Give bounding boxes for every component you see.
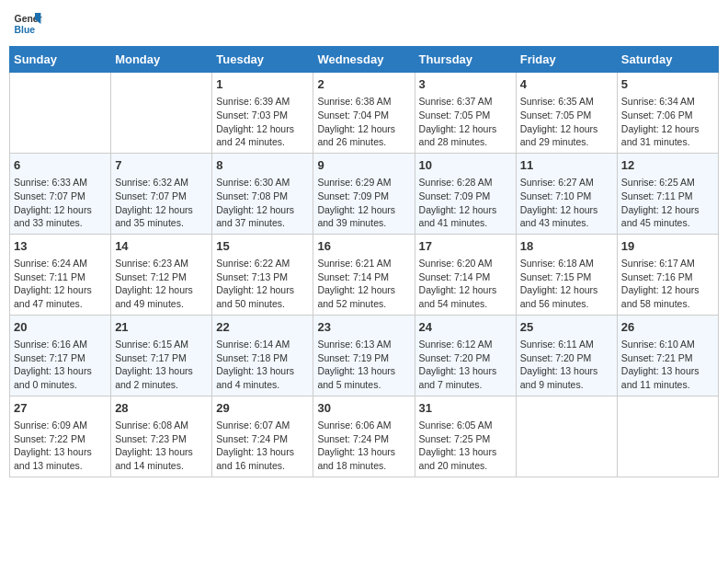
day-info: Sunrise: 6:28 AM <box>419 176 512 190</box>
day-number: 9 <box>317 157 410 174</box>
calendar-cell: 22Sunrise: 6:14 AMSunset: 7:18 PMDayligh… <box>212 315 313 396</box>
day-info: Daylight: 12 hours and 26 minutes. <box>317 122 410 149</box>
day-number: 5 <box>621 76 714 93</box>
day-info: Sunrise: 6:15 AM <box>115 338 208 351</box>
calendar-cell: 23Sunrise: 6:13 AMSunset: 7:19 PMDayligh… <box>313 315 415 396</box>
day-info: Daylight: 13 hours and 0 minutes. <box>14 364 107 391</box>
weekday-header: Wednesday <box>313 47 415 73</box>
day-info: Sunset: 7:05 PM <box>520 109 613 122</box>
day-info: Sunrise: 6:17 AM <box>621 257 714 270</box>
day-number: 18 <box>520 238 613 255</box>
day-number: 12 <box>621 157 714 174</box>
calendar-cell: 10Sunrise: 6:28 AMSunset: 7:09 PMDayligh… <box>415 153 516 234</box>
weekday-header: Sunday <box>10 47 111 73</box>
calendar-cell: 17Sunrise: 6:20 AMSunset: 7:14 PMDayligh… <box>415 234 516 315</box>
day-info: Daylight: 12 hours and 43 minutes. <box>520 203 613 230</box>
day-info: Sunrise: 6:38 AM <box>317 95 410 109</box>
day-info: Sunrise: 6:08 AM <box>115 419 208 432</box>
calendar-cell: 1Sunrise: 6:39 AMSunset: 7:03 PMDaylight… <box>212 73 313 154</box>
day-info: Daylight: 12 hours and 47 minutes. <box>14 283 107 310</box>
day-info: Sunrise: 6:30 AM <box>216 176 309 190</box>
calendar-cell <box>10 73 111 154</box>
calendar-cell: 4Sunrise: 6:35 AMSunset: 7:05 PMDaylight… <box>516 73 617 154</box>
calendar-cell: 28Sunrise: 6:08 AMSunset: 7:23 PMDayligh… <box>111 396 212 477</box>
day-info: Sunrise: 6:18 AM <box>520 257 613 270</box>
calendar-cell: 15Sunrise: 6:22 AMSunset: 7:13 PMDayligh… <box>212 234 313 315</box>
day-number: 7 <box>115 157 208 174</box>
day-info: Sunset: 7:17 PM <box>115 351 208 365</box>
day-info: Sunset: 7:09 PM <box>317 190 410 203</box>
day-info: Sunset: 7:22 PM <box>14 432 107 446</box>
calendar-cell: 13Sunrise: 6:24 AMSunset: 7:11 PMDayligh… <box>10 234 111 315</box>
calendar-header: SundayMondayTuesdayWednesdayThursdayFrid… <box>10 47 719 73</box>
calendar-cell: 30Sunrise: 6:06 AMSunset: 7:24 PMDayligh… <box>313 396 415 477</box>
calendar-cell: 18Sunrise: 6:18 AMSunset: 7:15 PMDayligh… <box>516 234 617 315</box>
day-number: 23 <box>317 319 410 336</box>
day-info: Sunset: 7:06 PM <box>621 109 714 122</box>
day-info: Sunset: 7:03 PM <box>216 109 309 122</box>
calendar-cell: 21Sunrise: 6:15 AMSunset: 7:17 PMDayligh… <box>111 315 212 396</box>
day-info: Daylight: 12 hours and 39 minutes. <box>317 203 410 230</box>
calendar-cell: 24Sunrise: 6:12 AMSunset: 7:20 PMDayligh… <box>415 315 516 396</box>
day-info: Daylight: 12 hours and 28 minutes. <box>419 122 512 149</box>
day-info: Sunset: 7:08 PM <box>216 190 309 203</box>
weekday-header: Thursday <box>415 47 516 73</box>
day-info: Daylight: 13 hours and 2 minutes. <box>115 364 208 391</box>
day-number: 15 <box>216 238 309 255</box>
day-info: Sunset: 7:19 PM <box>317 351 410 365</box>
day-info: Daylight: 13 hours and 5 minutes. <box>317 364 410 391</box>
day-info: Sunset: 7:14 PM <box>317 270 410 284</box>
calendar-cell: 12Sunrise: 6:25 AMSunset: 7:11 PMDayligh… <box>617 153 718 234</box>
day-info: Daylight: 12 hours and 52 minutes. <box>317 283 410 310</box>
day-number: 27 <box>14 400 107 417</box>
day-number: 6 <box>14 157 107 174</box>
day-info: Sunrise: 6:35 AM <box>520 95 613 109</box>
day-info: Daylight: 12 hours and 45 minutes. <box>621 203 714 230</box>
day-info: Daylight: 13 hours and 14 minutes. <box>115 445 208 472</box>
day-number: 19 <box>621 238 714 255</box>
weekday-header: Tuesday <box>212 47 313 73</box>
day-info: Sunset: 7:12 PM <box>115 270 208 284</box>
day-info: Sunset: 7:14 PM <box>419 270 512 284</box>
day-info: Sunset: 7:09 PM <box>419 190 512 203</box>
day-info: Sunrise: 6:11 AM <box>520 338 613 351</box>
day-number: 1 <box>216 76 309 93</box>
calendar-cell: 16Sunrise: 6:21 AMSunset: 7:14 PMDayligh… <box>313 234 415 315</box>
calendar-cell: 11Sunrise: 6:27 AMSunset: 7:10 PMDayligh… <box>516 153 617 234</box>
day-number: 20 <box>14 319 107 336</box>
calendar-cell: 27Sunrise: 6:09 AMSunset: 7:22 PMDayligh… <box>10 396 111 477</box>
day-info: Sunset: 7:17 PM <box>14 351 107 365</box>
svg-text:Blue: Blue <box>15 25 36 35</box>
day-info: Daylight: 12 hours and 29 minutes. <box>520 122 613 149</box>
calendar-cell: 7Sunrise: 6:32 AMSunset: 7:07 PMDaylight… <box>111 153 212 234</box>
day-number: 22 <box>216 319 309 336</box>
calendar-cell: 31Sunrise: 6:05 AMSunset: 7:25 PMDayligh… <box>415 396 516 477</box>
logo: General Blue <box>13 9 42 39</box>
day-number: 17 <box>419 238 512 255</box>
weekday-header: Monday <box>111 47 212 73</box>
day-info: Sunrise: 6:12 AM <box>419 338 512 351</box>
weekday-header: Friday <box>516 47 617 73</box>
day-info: Daylight: 12 hours and 24 minutes. <box>216 122 309 149</box>
day-info: Daylight: 13 hours and 9 minutes. <box>520 364 613 391</box>
day-info: Daylight: 12 hours and 33 minutes. <box>14 203 107 230</box>
day-info: Sunrise: 6:29 AM <box>317 176 410 190</box>
day-info: Sunrise: 6:23 AM <box>115 257 208 270</box>
day-info: Daylight: 13 hours and 20 minutes. <box>419 445 512 472</box>
day-info: Daylight: 13 hours and 7 minutes. <box>419 364 512 391</box>
day-info: Daylight: 12 hours and 37 minutes. <box>216 203 309 230</box>
day-info: Daylight: 12 hours and 58 minutes. <box>621 283 714 310</box>
day-info: Daylight: 12 hours and 49 minutes. <box>115 283 208 310</box>
calendar-cell: 29Sunrise: 6:07 AMSunset: 7:24 PMDayligh… <box>212 396 313 477</box>
day-info: Daylight: 12 hours and 31 minutes. <box>621 122 714 149</box>
calendar-cell: 5Sunrise: 6:34 AMSunset: 7:06 PMDaylight… <box>617 73 718 154</box>
day-info: Sunset: 7:11 PM <box>14 270 107 284</box>
day-info: Sunrise: 6:05 AM <box>419 419 512 432</box>
day-info: Sunrise: 6:10 AM <box>621 338 714 351</box>
day-info: Sunrise: 6:39 AM <box>216 95 309 109</box>
day-info: Sunset: 7:16 PM <box>621 270 714 284</box>
day-info: Daylight: 12 hours and 54 minutes. <box>419 283 512 310</box>
day-info: Sunset: 7:07 PM <box>115 190 208 203</box>
day-info: Sunset: 7:04 PM <box>317 109 410 122</box>
day-number: 14 <box>115 238 208 255</box>
